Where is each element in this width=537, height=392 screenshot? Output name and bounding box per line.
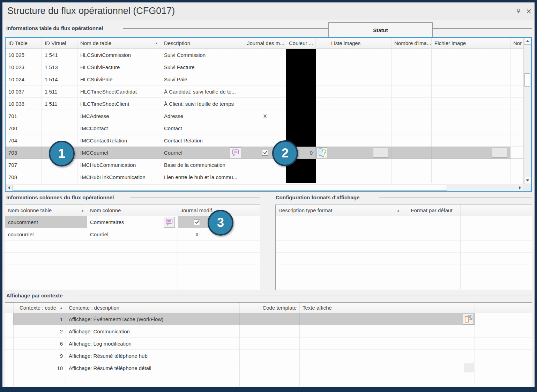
cell-id-table: 10 025 [6,49,42,61]
color-picker-button[interactable] [316,147,327,158]
vertical-scroll-thumb[interactable] [524,73,530,87]
cell-empty [510,147,523,159]
cell-nom-table: HLCSuiviPaie [77,73,161,86]
cell-nom-table: IMCHubLinkCommunication [77,171,161,183]
column-header-format-par-defaut[interactable]: Format par défaut [403,205,461,216]
vertical-scrollbar[interactable] [523,38,531,184]
column-header-couleur[interactable]: Couleur ... [286,38,316,49]
horizontal-scroll-thumb[interactable] [13,185,447,191]
table-row[interactable]: 10 024 1 514 HLCSuiviPaie Suivi Paie [6,73,523,86]
cell-nom-table: IMCContactRelation [77,134,161,147]
cell-empty [316,122,328,134]
arrow-up-icon [526,40,529,42]
cell-description: Contact [161,122,244,134]
scroll-left-button[interactable] [6,185,13,191]
journal-checkbox-checked[interactable] [262,150,268,156]
column-header-empty[interactable] [316,38,328,49]
column-header-code-template[interactable]: Code template [240,303,300,313]
pin-button[interactable] [515,7,522,15]
table-row-selected[interactable]: 703 IMCCourriel Courriel [6,147,523,159]
column-header-nom-de-table[interactable]: Nom de table ▲ [77,38,161,49]
cell-empty [475,338,532,350]
cell-empty [391,134,432,147]
contexte-row[interactable]: 10 Affichage: Résumé téléphone détail [5,362,532,374]
column-header-description-type-format[interactable]: Description type format ▲ [276,205,403,216]
column-header-nor[interactable]: Nor [510,38,523,49]
fichier-image-browse-button[interactable]: ... [492,148,507,158]
cell-nom-colonne-table: coucomment [5,216,87,228]
band-header-statut[interactable]: Statut [328,22,433,37]
close-button[interactable] [525,7,532,15]
checkmark-icon [195,220,199,224]
scroll-right-button[interactable] [516,185,523,191]
table-row[interactable]: 10 025 1 541 HLCSuiviCommission Suivi Co… [6,49,523,61]
column-header-contexte-description[interactable]: Contexte : description [66,303,240,313]
group-line [79,296,532,296]
cell-empty [475,362,532,374]
column-header-empty[interactable] [475,303,532,313]
cell-contexte-description: Affichage: Log modification [66,338,240,350]
cell-empty [328,134,391,147]
database-template-icon [464,315,473,324]
column-header-nombre-images[interactable]: Nombre d'ima... [391,38,432,49]
contexte-row-selected[interactable]: 1 Affichage: Événement/Tache (WorkFlow) [5,313,532,325]
cell-empty [316,159,328,171]
column-header-nom-colonne[interactable]: Nom colonne [87,205,178,216]
cell-journal [244,61,286,73]
journal-modif-checkbox-checked[interactable] [194,219,200,225]
column-header-liste-images[interactable]: Liste images [328,38,391,49]
table-row[interactable]: 10 023 1 513 HLCSuiviFacture Suivi Factu… [6,61,523,73]
horizontal-scrollbar[interactable] [6,184,523,191]
cell-couleur-swatch [286,98,316,110]
cell-couleur-swatch [286,122,316,134]
template-editor-button[interactable] [463,314,474,325]
column-header-nom-colonne-table[interactable]: Nom colonne table ▲ [5,205,87,216]
contexte-row[interactable]: 6 Affichage: Log modification [5,338,532,350]
column-header-description[interactable]: Description [161,38,244,49]
cell-description: Suivi Facture [161,61,244,73]
cell-texte-affiche [300,338,475,350]
cell-contexte-description: Affichage: Communication [66,325,240,338]
table-row[interactable]: 701 IMCAdresse Adresse X [6,110,523,122]
column-header-id-virtuel[interactable]: ID Virtuel [42,38,77,49]
contexte-row[interactable]: 9 Affichage: Résumé téléphone hub [5,350,532,362]
table-row[interactable]: 700 IMCContact Contact [6,122,523,134]
column-header-fichier-image[interactable]: Fichier image [432,38,510,49]
column-header-texte-affiche[interactable]: Texte affiché [300,303,475,313]
scroll-up-button[interactable] [524,38,531,45]
scroll-down-button[interactable] [524,177,531,184]
cell-code-template [240,325,300,338]
table-row[interactable]: 708 IMCHubLinkCommunication Lien entre l… [6,171,523,183]
column-header-id-table[interactable]: ID Table [6,38,42,49]
cell-description: Suivi Commission [161,49,244,61]
cell-empty [432,134,510,147]
table-row[interactable]: 10 037 1 511 HLCTimeSheetCandidat À Cand… [6,86,523,98]
table-row[interactable]: 707 IMCHubCommunication Base de la commu… [6,159,523,171]
empty-row [5,241,260,253]
tables-grid-header: ID Table ID Virtuel Nom de table ▲ Descr… [6,38,523,49]
cell-code-template [240,338,300,350]
cell-empty [391,49,432,61]
comment-button[interactable] [230,147,241,158]
contexte-row[interactable]: 2 Affichage: Communication [5,325,532,338]
cell-empty [316,171,328,183]
cell-empty [391,147,432,159]
cell-empty [328,61,391,73]
cell-empty [316,110,328,122]
cell-empty [432,73,510,86]
table-row[interactable]: 704 IMCContactRelation Contact Relation [6,134,523,147]
cell-empty [510,159,523,171]
cell-nom-table: HLCTimeSheetCandidat [77,86,161,98]
cell-journal [244,49,286,61]
comment-button[interactable] [164,217,175,228]
cell-texte-affiche [300,362,475,374]
table-row[interactable]: 10 038 1 511 HLCTimeSheetClient À Client… [6,98,523,110]
column-header-journal[interactable]: Journal des m... [244,38,286,49]
cell-empty [328,98,391,110]
liste-images-browse-button[interactable]: ... [373,148,388,158]
column-header-empty[interactable] [461,205,532,216]
cell-journal [244,171,286,183]
cell-code-template [240,350,300,362]
cell-contexte-description: Affichage: Résumé téléphone détail [66,362,240,374]
column-header-contexte-code[interactable]: Contexte : code ▲ [14,303,66,313]
